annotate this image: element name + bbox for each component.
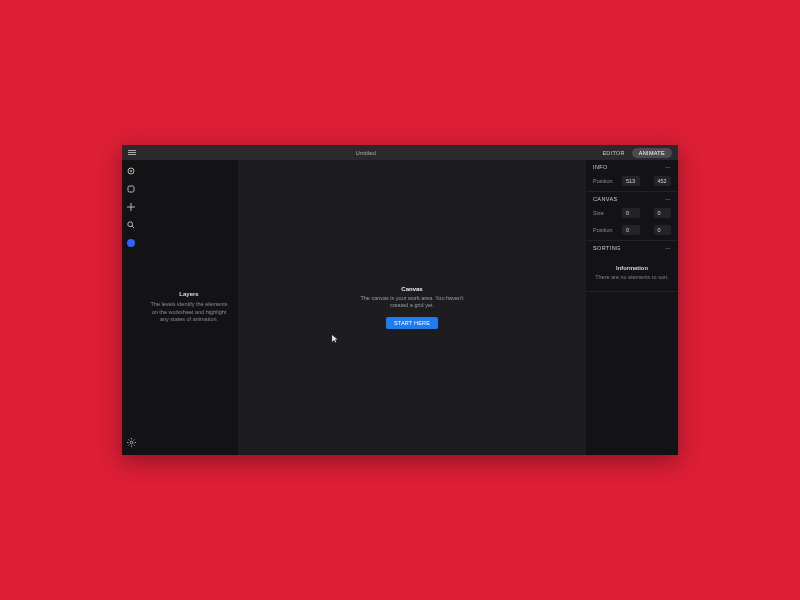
section-info-header[interactable]: INFO — bbox=[586, 160, 678, 174]
layers-panel: Layers The levels identify the elements … bbox=[140, 160, 238, 455]
section-sorting: SORTING — Information There are no eleme… bbox=[586, 241, 678, 292]
canvas-pos-label: Position bbox=[593, 227, 619, 233]
section-canvas-header[interactable]: CANVAS — bbox=[586, 192, 678, 206]
tool-strip bbox=[122, 160, 140, 455]
canvas-area[interactable]: Canvas The canvas is your work area. You… bbox=[238, 160, 586, 455]
move-icon[interactable] bbox=[126, 202, 136, 212]
canvas-size-h[interactable]: 0 bbox=[654, 208, 672, 218]
mode-tabs: EDITOR ANIMATE bbox=[595, 148, 672, 158]
svg-point-3 bbox=[128, 222, 133, 227]
start-here-button[interactable]: START HERE bbox=[386, 317, 438, 329]
canvas-pos-x[interactable]: 0 bbox=[622, 225, 640, 235]
canvas-size-row: Size 0 · 0 bbox=[586, 206, 678, 223]
canvas-pos-row: Position 0 · 0 bbox=[586, 223, 678, 240]
info-pos-x[interactable]: 513 bbox=[622, 176, 640, 186]
collapse-icon: — bbox=[665, 196, 671, 202]
document-title: Untitled bbox=[136, 150, 595, 156]
svg-rect-2 bbox=[128, 186, 134, 192]
info-position-label: Position bbox=[593, 178, 619, 184]
tab-editor[interactable]: EDITOR bbox=[595, 148, 631, 158]
canvas-size-label: Size bbox=[593, 210, 619, 216]
section-info-title: INFO bbox=[593, 164, 608, 170]
inspector-panel: INFO — Position 513 · 452 CANVAS — Size … bbox=[586, 160, 678, 455]
circle-tool-icon[interactable] bbox=[126, 238, 136, 248]
section-sorting-header[interactable]: SORTING — bbox=[586, 241, 678, 255]
record-icon[interactable] bbox=[126, 166, 136, 176]
collapse-icon: — bbox=[665, 164, 671, 170]
square-icon[interactable] bbox=[126, 184, 136, 194]
canvas-heading: Canvas bbox=[401, 286, 422, 292]
hamburger-icon[interactable] bbox=[128, 150, 136, 155]
info-pos-y[interactable]: 452 bbox=[654, 176, 672, 186]
canvas-description: The canvas is your work area. You haven'… bbox=[352, 295, 472, 309]
sorting-empty-title: Information bbox=[594, 265, 670, 271]
info-position-row: Position 513 · 452 bbox=[586, 174, 678, 191]
section-info: INFO — Position 513 · 452 bbox=[586, 160, 678, 192]
svg-point-1 bbox=[130, 170, 132, 172]
app-body: Layers The levels identify the elements … bbox=[122, 160, 678, 455]
sorting-empty-desc: There are no elements to sort. bbox=[594, 274, 670, 281]
app-window: Untitled EDITOR ANIMATE bbox=[122, 145, 678, 455]
link-icon: · bbox=[643, 210, 651, 216]
cursor-icon bbox=[332, 335, 338, 344]
sorting-empty-state: Information There are no elements to sor… bbox=[586, 255, 678, 291]
gear-icon[interactable] bbox=[126, 437, 136, 447]
link-icon: · bbox=[643, 227, 651, 233]
section-canvas-title: CANVAS bbox=[593, 196, 618, 202]
svg-point-4 bbox=[130, 441, 133, 444]
search-icon[interactable] bbox=[126, 220, 136, 230]
tab-animate[interactable]: ANIMATE bbox=[632, 148, 672, 158]
title-bar: Untitled EDITOR ANIMATE bbox=[122, 145, 678, 160]
canvas-size-w[interactable]: 0 bbox=[622, 208, 640, 218]
layers-heading: Layers bbox=[148, 291, 230, 297]
section-sorting-title: SORTING bbox=[593, 245, 621, 251]
layers-description: The levels identify the elements on the … bbox=[148, 301, 230, 323]
canvas-pos-y[interactable]: 0 bbox=[654, 225, 672, 235]
collapse-icon: — bbox=[665, 245, 671, 251]
section-canvas: CANVAS — Size 0 · 0 Position 0 · 0 bbox=[586, 192, 678, 241]
link-icon: · bbox=[643, 178, 651, 184]
